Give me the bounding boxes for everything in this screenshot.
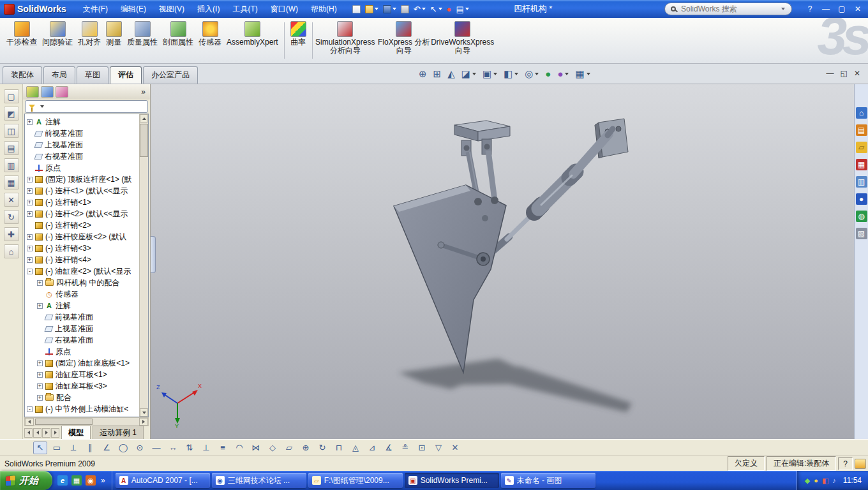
expand-icon[interactable]: + [27, 257, 33, 263]
filter-toolbar-button[interactable]: ✕ [4, 193, 19, 207]
tree-item[interactable]: 原点 [27, 346, 138, 357]
status-help-button[interactable]: ? [838, 457, 853, 470]
bottom-toolbar-button[interactable]: — [149, 442, 163, 454]
menu-help[interactable]: 帮助(H) [306, 2, 342, 17]
bottom-toolbar-button[interactable]: ▭ [50, 442, 64, 454]
bottom-toolbar-button[interactable]: ▽ [431, 442, 445, 454]
featuremanager-tab[interactable] [26, 86, 39, 98]
expand-icon[interactable]: + [27, 234, 33, 240]
tree-item[interactable]: +(固定) 油缸座底板<1> [27, 357, 138, 369]
tree-item[interactable]: 上视基准面 [27, 139, 138, 151]
new-document-button[interactable] [351, 3, 362, 15]
tool-hole-alignment[interactable]: 孔对齐 [75, 20, 103, 48]
filter-toolbar-button[interactable]: ▢ [4, 89, 19, 103]
bottom-toolbar-button[interactable]: ◇ [266, 442, 280, 454]
tree-item[interactable]: -(-) 中节外侧上动模油缸< [27, 403, 138, 415]
tray-icon[interactable]: ◆ [805, 477, 810, 485]
bottom-toolbar-button[interactable]: ⊿ [365, 442, 379, 454]
filter-toolbar-button[interactable]: ◫ [4, 124, 19, 138]
bottom-toolbar-button[interactable]: ◬ [348, 442, 363, 454]
expand-icon[interactable]: - [27, 269, 33, 274]
bottom-toolbar-button[interactable]: ∡ [382, 442, 396, 454]
expand-icon[interactable]: + [27, 211, 33, 217]
tool-mass-properties[interactable]: 质量属性 [124, 20, 160, 48]
tree-item[interactable]: 前视基准面 [27, 128, 138, 139]
tree-item[interactable]: +(-) 连杆销<3> [27, 242, 138, 254]
tray-icon[interactable]: ● [814, 477, 818, 484]
view-palette-icon[interactable]: ▥ [856, 176, 867, 188]
zoom-fit-button[interactable]: ⊕ [416, 66, 430, 81]
tree-item[interactable]: +配合 [27, 392, 138, 403]
tree-item[interactable]: +(-) 连杆<2> (默认<<显示 [27, 208, 138, 219]
search-input[interactable] [680, 4, 775, 14]
quick-tips-icon[interactable] [855, 459, 866, 469]
expand-icon[interactable]: + [37, 383, 43, 389]
tree-item[interactable]: -(-) 油缸座<2> (默认<显示 [27, 265, 138, 277]
tree-item[interactable]: +(-) 连杆销<4> [27, 254, 138, 265]
tool-interference-check[interactable]: 干涉检查 [4, 20, 40, 48]
tree-item[interactable]: 上视基准面 [27, 323, 138, 334]
quick-launch-desktop-icon[interactable]: ▦ [71, 475, 82, 486]
magnified-selection-button[interactable]: ◭ [445, 66, 458, 81]
quick-launch-ie-icon[interactable]: e [57, 475, 68, 486]
bottom-toolbar-button[interactable]: ↻ [315, 442, 329, 454]
tool-assemblyxpert[interactable]: AssemblyXpert [224, 20, 281, 48]
scroll-left-arrow[interactable] [25, 418, 34, 426]
select-button[interactable]: ↖ [429, 3, 444, 15]
bottom-toolbar-button[interactable]: ⊡ [415, 442, 429, 454]
tab-scroll-left[interactable] [33, 428, 41, 438]
close-button[interactable]: ✕ [853, 4, 863, 13]
tree-item[interactable]: 原点 [27, 162, 138, 174]
tree-item[interactable]: +(-) 连杆铰座板<2> (默认 [27, 231, 138, 242]
menu-edit[interactable]: 编辑(E) [116, 2, 151, 17]
tab-evaluate[interactable]: 评估 [110, 66, 142, 84]
custom-properties-icon[interactable]: ▧ [856, 228, 867, 239]
bottom-toolbar-button[interactable]: ⊥ [199, 442, 213, 454]
tool-clearance-verification[interactable]: 间隙验证 [40, 20, 75, 48]
bottom-toolbar-button[interactable]: ⊓ [332, 442, 346, 454]
hide-show-items-button[interactable]: ◎ [522, 66, 541, 81]
tool-measure[interactable]: 测量 [103, 20, 124, 48]
tool-sensor[interactable]: 传感器 [196, 20, 224, 48]
expand-icon[interactable]: - [27, 406, 33, 412]
tree-item[interactable]: ◷传感器 [27, 288, 138, 300]
scroll-up-arrow[interactable] [140, 114, 148, 122]
edit-appearance-button[interactable]: ● [542, 66, 553, 81]
quick-launch-media-icon[interactable]: ◉ [86, 475, 96, 486]
expand-icon[interactable]: + [37, 303, 43, 309]
taskbar-button-explorer[interactable]: ▱F:\图纸管理\2009... [308, 473, 403, 488]
bottom-toolbar-button[interactable]: ◯ [116, 442, 130, 454]
bottom-toolbar-button[interactable]: ∥ [83, 442, 97, 454]
expand-icon[interactable]: + [27, 119, 33, 125]
minimize-button[interactable]: — [821, 4, 831, 13]
filter-toolbar-button[interactable]: ◩ [4, 107, 19, 121]
tab-layout[interactable]: 布局 [43, 66, 75, 84]
bottom-toolbar-button[interactable]: ≗ [398, 442, 412, 454]
bottom-toolbar-button[interactable]: ▱ [282, 442, 296, 454]
propertymanager-tab[interactable] [41, 86, 54, 98]
panel-collapse-handle[interactable] [151, 236, 156, 273]
save-document-button[interactable] [382, 3, 398, 15]
tree-item[interactable]: +A注解 [27, 300, 138, 311]
expand-icon[interactable]: + [27, 177, 33, 182]
tab-assembly[interactable]: 装配体 [3, 66, 42, 84]
bottom-toolbar-button[interactable]: ⇅ [183, 442, 197, 454]
bottom-toolbar-button[interactable]: ∠ [100, 442, 114, 454]
apply-scene-button[interactable]: ● [555, 66, 571, 81]
filter-toolbar-button[interactable]: ▥ [4, 158, 19, 172]
bottom-toolbar-button[interactable]: ≡ [216, 442, 230, 454]
tab-office-products[interactable]: 办公室产品 [143, 66, 198, 84]
tree-vertical-scrollbar[interactable] [139, 114, 148, 417]
tree-item[interactable]: +油缸座耳板<3> [27, 380, 138, 392]
tree-item[interactable]: +(固定) 顶板连杆座<1> (默 [27, 174, 138, 185]
bottom-toolbar-button[interactable]: ◠ [232, 442, 246, 454]
bottom-toolbar-button[interactable]: ⟂ [66, 442, 80, 454]
tray-icon[interactable]: ◧ [822, 477, 828, 485]
expand-icon[interactable]: + [37, 280, 43, 286]
tool-floxpress[interactable]: FloXpress 分析向导 [375, 20, 433, 56]
filter-toolbar-button[interactable]: ⌂ [4, 244, 19, 258]
maximize-button[interactable]: ▢ [837, 4, 847, 13]
expand-icon[interactable]: + [27, 200, 33, 205]
tool-simulationxpress[interactable]: SimulationXpress 分析向导 [316, 20, 375, 56]
scroll-down-arrow[interactable] [140, 408, 148, 417]
